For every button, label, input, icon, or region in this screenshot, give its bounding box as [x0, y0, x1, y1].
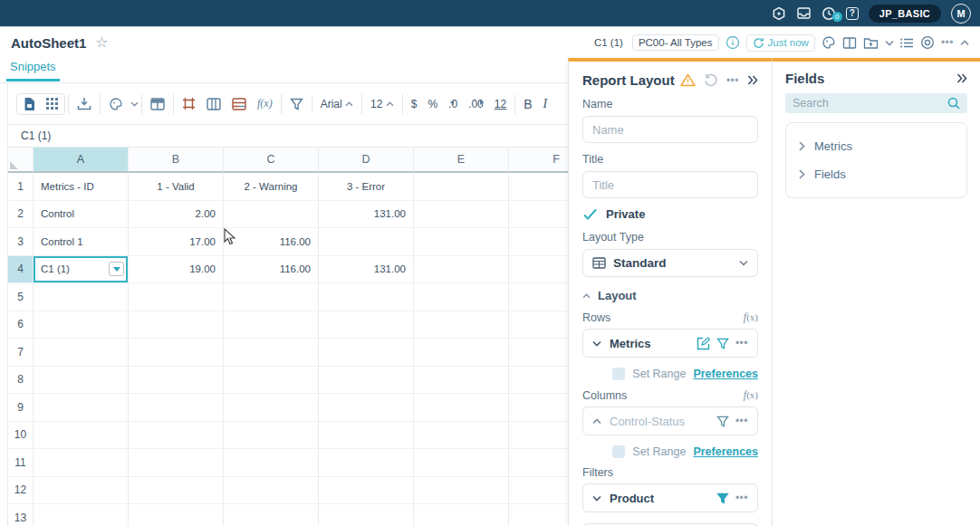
- row-header-5[interactable]: 5: [8, 283, 34, 311]
- bold-button[interactable]: B: [518, 97, 537, 111]
- cell-D13[interactable]: [319, 504, 414, 526]
- cell-A3[interactable]: Control 1: [34, 228, 129, 256]
- column-header-B[interactable]: B: [129, 148, 224, 173]
- cell-B13[interactable]: [129, 504, 224, 526]
- cell-D9[interactable]: [319, 394, 414, 422]
- cell-C2[interactable]: [224, 201, 319, 229]
- cell-D3[interactable]: [319, 228, 414, 256]
- table-icon[interactable]: [145, 98, 170, 110]
- cell-B5[interactable]: [129, 283, 224, 311]
- row-header-4[interactable]: 4: [8, 256, 34, 284]
- cell-E2[interactable]: [414, 201, 509, 229]
- column-header-F[interactable]: F: [509, 148, 568, 173]
- row-header-9[interactable]: 9: [8, 394, 34, 422]
- row-header-8[interactable]: 8: [8, 367, 34, 395]
- cell-A8[interactable]: [34, 367, 129, 395]
- title-input[interactable]: Title: [582, 171, 758, 198]
- cell-C11[interactable]: [224, 449, 319, 477]
- cell-B4[interactable]: 19.00: [129, 256, 224, 284]
- account-button[interactable]: JP_BASIC: [869, 5, 941, 23]
- panel-more-icon[interactable]: •••: [726, 74, 739, 87]
- layout-columns-icon[interactable]: [842, 36, 857, 50]
- edit-icon[interactable]: [697, 337, 710, 350]
- export-folder-icon[interactable]: [863, 36, 879, 50]
- cell-D7[interactable]: [319, 339, 414, 367]
- currency-format-button[interactable]: $: [406, 98, 423, 110]
- cell-F6[interactable]: [509, 311, 568, 340]
- cell-A4[interactable]: C1 (1): [34, 256, 129, 284]
- rows-field-metrics[interactable]: Metrics •••: [582, 329, 758, 358]
- digits-format-button[interactable]: 12: [489, 98, 512, 110]
- download-icon[interactable]: [72, 97, 97, 110]
- columns-preferences-link[interactable]: Preferences: [693, 445, 758, 458]
- cell-A6[interactable]: [34, 311, 129, 340]
- row-header-10[interactable]: 10: [8, 422, 34, 450]
- row-header-6[interactable]: 6: [8, 311, 34, 340]
- name-box[interactable]: C1 (1): [8, 125, 568, 148]
- cell-A7[interactable]: [34, 339, 129, 367]
- filters-more-icon[interactable]: •••: [735, 492, 748, 504]
- cell-D11[interactable]: [319, 449, 414, 477]
- cell-E11[interactable]: [414, 449, 509, 477]
- cell-D1[interactable]: 3 - Error: [319, 173, 414, 201]
- rows-formula-icon[interactable]: f(x): [744, 311, 758, 324]
- cell-E4[interactable]: [414, 256, 509, 284]
- history-clock-icon[interactable]: 0: [821, 6, 836, 21]
- chevron-down-icon[interactable]: [885, 40, 894, 46]
- cell-C1[interactable]: 2 - Warning: [224, 173, 319, 201]
- palette-icon[interactable]: [821, 35, 836, 50]
- undo-history-icon[interactable]: [704, 73, 718, 87]
- cell-B6[interactable]: [129, 311, 224, 340]
- inbox-tray-icon[interactable]: [796, 6, 812, 20]
- refresh-status[interactable]: Just now: [746, 34, 815, 52]
- info-icon[interactable]: [725, 35, 740, 50]
- rows-filter-icon[interactable]: [716, 338, 729, 349]
- row-header-2[interactable]: 2: [8, 201, 34, 229]
- row-header-11[interactable]: 11: [8, 449, 34, 477]
- layout-type-select[interactable]: Standard: [582, 249, 758, 277]
- row-header-3[interactable]: 3: [8, 228, 34, 256]
- filters-filter-icon[interactable]: [716, 493, 729, 504]
- cell-B11[interactable]: [129, 449, 224, 477]
- list-icon[interactable]: [900, 37, 914, 49]
- cell-F2[interactable]: [509, 201, 568, 229]
- cell-B8[interactable]: [129, 367, 224, 395]
- columns-set-range-checkbox[interactable]: [612, 445, 625, 458]
- cell-E9[interactable]: [414, 394, 509, 422]
- row-header-12[interactable]: 12: [8, 477, 34, 505]
- cell-B3[interactable]: 17.00: [129, 228, 224, 256]
- cell-E8[interactable]: [414, 367, 509, 395]
- grid-view-icon[interactable]: [45, 97, 59, 110]
- decrease-decimal-button[interactable]: .0: [443, 98, 463, 110]
- cell-A5[interactable]: [34, 283, 129, 311]
- cell-B2[interactable]: 2.00: [129, 201, 224, 229]
- cell-E5[interactable]: [414, 283, 509, 311]
- columns-filter-icon[interactable]: [716, 416, 729, 427]
- columns-formula-icon[interactable]: f(x): [744, 388, 758, 402]
- cell-C7[interactable]: [224, 339, 319, 367]
- font-family-select[interactable]: Arial: [315, 98, 359, 110]
- cell-F12[interactable]: [509, 477, 568, 505]
- layout-section-header[interactable]: Layout: [582, 289, 758, 302]
- cell-E6[interactable]: [414, 311, 509, 340]
- rows-more-icon[interactable]: •••: [735, 337, 748, 349]
- columns-more-icon[interactable]: •••: [735, 415, 748, 427]
- rows-set-range-checkbox[interactable]: [612, 368, 625, 380]
- cell-F10[interactable]: [509, 422, 568, 450]
- cell-F11[interactable]: [509, 449, 568, 477]
- column-header-D[interactable]: D: [319, 148, 414, 173]
- cell-E7[interactable]: [414, 339, 509, 367]
- cell-B9[interactable]: [129, 394, 224, 422]
- italic-button[interactable]: I: [538, 97, 553, 111]
- font-size-select[interactable]: 12: [365, 98, 399, 110]
- sheet-view-icon[interactable]: [23, 97, 36, 111]
- dataset-selector[interactable]: PC00- All Types: [632, 34, 719, 51]
- cell-A1[interactable]: Metrics - ID: [34, 173, 129, 201]
- cell-C10[interactable]: [224, 422, 319, 450]
- row-header-1[interactable]: 1: [8, 173, 34, 201]
- cell-F4[interactable]: [509, 256, 568, 284]
- cell-C4[interactable]: 116.00: [224, 256, 319, 284]
- tree-item-fields[interactable]: Fields: [795, 160, 957, 188]
- cell-F7[interactable]: [509, 339, 568, 367]
- cell-C3[interactable]: 116.00: [224, 228, 319, 256]
